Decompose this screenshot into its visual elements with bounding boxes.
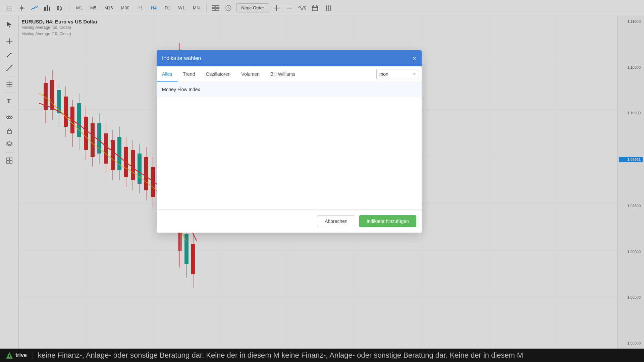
indicator-dialog: Indikator wählen × Alles Trend Oszillato… — [157, 50, 422, 233]
add-indicator-button[interactable]: Indikator hinzufügen — [359, 215, 416, 227]
search-clear-button[interactable]: × — [413, 71, 416, 77]
tab-alles[interactable]: Alles — [157, 67, 177, 82]
result-money-flow-index[interactable]: Money Flow Index — [157, 82, 422, 97]
modal-backdrop[interactable]: Indikator wählen × Alles Trend Oszillato… — [0, 0, 644, 362]
dialog-title: Indikator wählen — [162, 55, 201, 61]
tab-bill-williams[interactable]: Bill Williams — [265, 67, 301, 82]
cancel-button[interactable]: Abbrechen — [317, 215, 355, 227]
search-box: × — [376, 69, 419, 79]
dialog-header: Indikator wählen × — [157, 50, 422, 66]
chart-container: M1 M5 M15 M30 H1 H4 D1 W1 MN Neue Order — [0, 0, 644, 362]
search-input[interactable] — [379, 70, 413, 78]
dialog-content: Money Flow Index — [157, 82, 422, 209]
tab-volumen[interactable]: Volumen — [236, 67, 265, 82]
dialog-tabs: Alles Trend Oszillatoren Volumen Bill Wi… — [157, 66, 422, 82]
tab-oszillatoren[interactable]: Oszillatoren — [200, 67, 236, 82]
dialog-footer: Abbrechen Indikator hinzufügen — [157, 209, 422, 233]
dialog-close-button[interactable]: × — [412, 55, 416, 62]
tab-trend[interactable]: Trend — [177, 67, 200, 82]
